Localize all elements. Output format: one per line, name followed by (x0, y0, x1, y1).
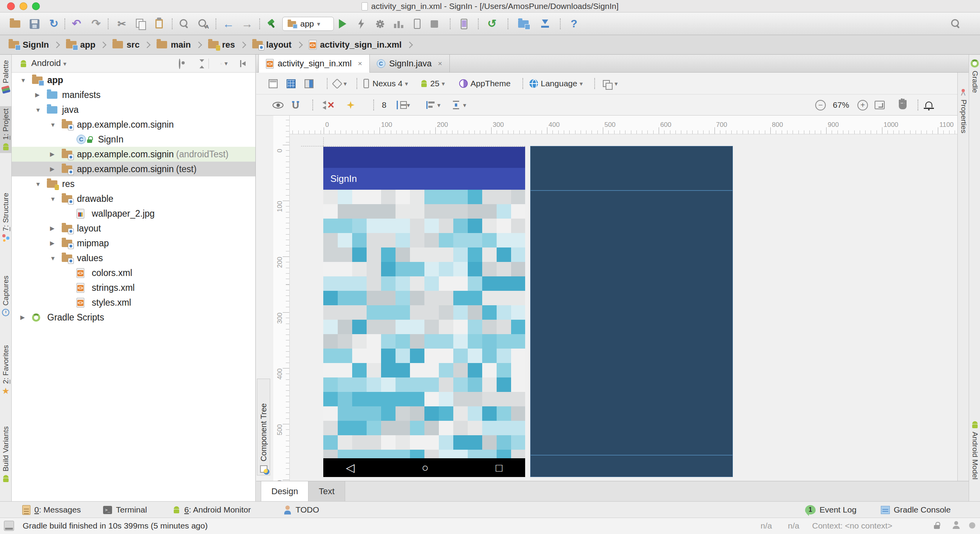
layout-variant-selector[interactable]: ▾ (603, 73, 618, 94)
sidebar-tab-gradle[interactable]: Gradle (969, 57, 980, 95)
close-icon[interactable]: × (438, 59, 442, 68)
redo-icon[interactable]: ↷ (87, 12, 105, 35)
tree-item-mipmap[interactable]: ▶mipmap (12, 236, 255, 251)
pan-hand-icon[interactable] (899, 100, 907, 110)
forward-icon[interactable]: → (239, 12, 256, 35)
build-icon[interactable] (264, 12, 281, 35)
tool-button-0-messages[interactable]: 0: Messages (22, 502, 81, 518)
design-view-icon[interactable] (269, 79, 278, 88)
tool-button-gradle-console[interactable]: Gradle Console (881, 502, 951, 518)
sidebar-tab-captures[interactable]: Captures (0, 273, 11, 319)
tree-item-drawable[interactable]: ▼drawable (12, 191, 255, 206)
avd-manager-icon[interactable] (455, 12, 472, 35)
replace-icon[interactable]: A (194, 12, 212, 35)
chevron-collapsed-icon[interactable]: ▶ (50, 225, 62, 232)
breadcrumb-item-signin[interactable]: SignIn (9, 40, 49, 50)
paste-icon[interactable] (150, 12, 167, 35)
chevron-collapsed-icon[interactable]: ▶ (20, 314, 32, 321)
breadcrumb-item-res[interactable]: res (208, 40, 235, 50)
tool-button-6-android-monitor[interactable]: 6: Android Monitor (173, 502, 251, 518)
tree-item-app[interactable]: ▼app (12, 73, 255, 87)
breadcrumb-item-src[interactable]: src (112, 40, 139, 50)
tree-item-styles-xml[interactable]: styles.xml (12, 295, 255, 310)
tree-item-colors-xml[interactable]: colors.xml (12, 265, 255, 280)
chevron-collapsed-icon[interactable]: ▶ (50, 151, 62, 158)
sdk-manager-icon[interactable] (536, 12, 554, 35)
apply-changes-icon[interactable] (353, 12, 370, 35)
run-config-selector[interactable]: app▾ (282, 17, 334, 31)
properties-tab[interactable]: Properties (958, 87, 969, 134)
view-options-icon[interactable] (273, 102, 283, 109)
sidebar-tab-build-variants[interactable]: Build Variants (0, 424, 11, 485)
infer-constraints-icon[interactable] (347, 101, 355, 109)
tree-item-values[interactable]: ▼values (12, 251, 255, 265)
tree-item-gradle-scripts[interactable]: ▶Gradle Scripts (12, 310, 255, 325)
locale-selector[interactable]: Language▾ (529, 73, 583, 94)
chevron-expanded-icon[interactable]: ▼ (50, 255, 62, 262)
run-icon[interactable] (334, 12, 351, 35)
tree-item-java[interactable]: ▼java (12, 102, 255, 117)
tool-button-terminal[interactable]: >_Terminal (103, 502, 147, 518)
tab-text[interactable]: Text (308, 481, 345, 501)
debug-icon[interactable] (371, 12, 388, 35)
chevron-collapsed-icon[interactable]: ▶ (50, 166, 62, 173)
chevron-expanded-icon[interactable]: ▼ (20, 77, 32, 84)
default-margin-value[interactable]: 8 (382, 94, 387, 116)
locate-icon[interactable] (179, 59, 180, 69)
device-app-bar[interactable]: SignIn (323, 168, 525, 190)
component-tree-tab[interactable]: Component Tree (257, 379, 270, 475)
help-icon[interactable]: ? (565, 12, 583, 35)
sidebar-tab-7-structure[interactable]: 7: Structure (0, 190, 11, 244)
sidebar-tab-android-model[interactable]: Android Model (969, 418, 980, 482)
synchronize-icon[interactable]: ↻ (45, 12, 62, 35)
tree-item-manifests[interactable]: ▶manifests (12, 87, 255, 102)
tree-item-signin[interactable]: CSignIn (12, 132, 255, 147)
search-everywhere-icon[interactable] (947, 12, 964, 35)
tab-signin-java[interactable]: C SignIn.java × (370, 55, 450, 73)
toolbox-icon[interactable] (4, 521, 14, 531)
theme-selector[interactable]: AppTheme (459, 73, 511, 94)
save-all-icon[interactable] (26, 12, 43, 35)
tree-item-app-example-com-signin-androidtest[interactable]: ▶app.example.com.signin (androidTest) (12, 147, 255, 162)
zoom-to-fit-icon[interactable] (875, 101, 885, 109)
design-canvas[interactable]: 010020030040050060070080090010001100 010… (256, 116, 957, 481)
device-selector[interactable]: Nexus 4▾ (363, 73, 408, 94)
tree-item-app-example-com-signin-test[interactable]: ▶app.example.com.signin (test) (12, 162, 255, 176)
tree-item-strings-xml[interactable]: strings.xml (12, 280, 255, 295)
clear-constraints-icon[interactable]: ✕ (323, 101, 335, 110)
chevron-collapsed-icon[interactable]: ▶ (50, 240, 62, 247)
chevron-collapsed-icon[interactable]: ▶ (35, 91, 47, 98)
breadcrumb-item-app[interactable]: app (66, 40, 95, 50)
autoconnect-magnet-icon[interactable]: U (292, 100, 299, 110)
copy-icon[interactable] (132, 12, 149, 35)
tree-item-res[interactable]: ▼res (12, 176, 255, 191)
find-icon[interactable] (176, 12, 193, 35)
pack-selector[interactable]: ▾ (397, 94, 410, 116)
blueprint-view-icon[interactable] (287, 79, 296, 88)
blueprint-surface[interactable] (530, 146, 733, 477)
chevron-expanded-icon[interactable]: ▼ (50, 121, 62, 128)
tab-design[interactable]: Design (261, 481, 308, 501)
close-icon[interactable]: × (358, 59, 362, 68)
stop-icon[interactable] (426, 12, 443, 35)
chevron-expanded-icon[interactable]: ▼ (50, 196, 62, 202)
wallpaper-imageview[interactable] (323, 190, 525, 458)
tool-button-event-log[interactable]: 1Event Log (805, 502, 857, 518)
zoom-out-button[interactable]: − (815, 100, 826, 110)
chevron-expanded-icon[interactable]: ▼ (35, 107, 47, 113)
sidebar-tab-2-favorites[interactable]: 2: Favorites★ (0, 343, 11, 398)
orientation-icon[interactable] (332, 78, 342, 89)
profiler-icon[interactable] (390, 12, 407, 35)
sidebar-tab-1-project[interactable]: 1: Project (0, 106, 11, 153)
gradle-sync-icon[interactable]: ↺ (483, 12, 501, 35)
api-level-selector[interactable]: 25▾ (420, 73, 445, 94)
back-icon[interactable]: ← (220, 12, 237, 35)
tree-item-layout[interactable]: ▶layout (12, 221, 255, 236)
tool-button-todo[interactable]: TODO (283, 502, 319, 518)
project-structure-icon[interactable] (515, 12, 532, 35)
sidebar-tab-palette[interactable]: Palette (0, 58, 11, 95)
tab-activity-sign-in-xml[interactable]: activity_sign_in.xml × (258, 55, 370, 73)
undo-icon[interactable]: ↶ (68, 12, 85, 35)
breadcrumb-item-main[interactable]: main (157, 40, 191, 50)
breadcrumb-item-activity-sign-in-xml[interactable]: activity_sign_in.xml (309, 40, 402, 50)
